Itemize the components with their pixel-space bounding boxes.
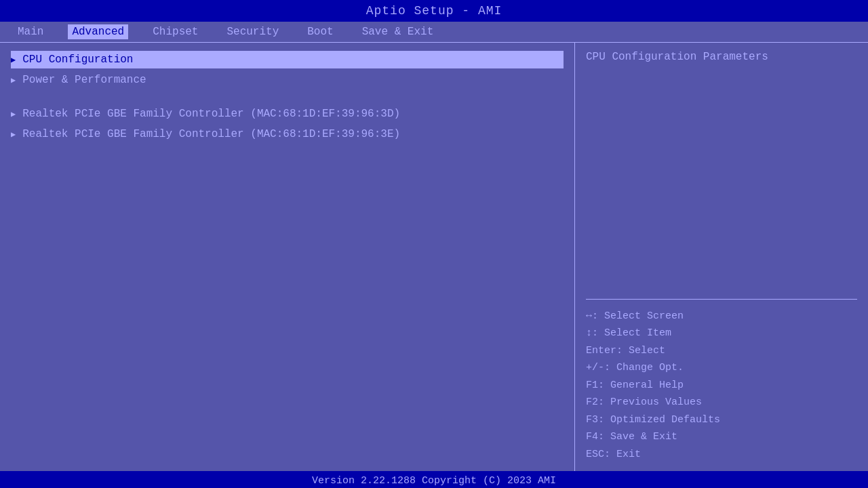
right-panel: CPU Configuration Parameters ↔: Select S… xyxy=(575,43,868,471)
help-key-1: ↕: Select Item xyxy=(586,325,857,342)
help-key-3: +/-: Change Opt. xyxy=(586,359,857,377)
menu-bar: MainAdvancedChipsetSecurityBootSave & Ex… xyxy=(0,22,868,43)
section-gap xyxy=(11,92,564,105)
help-key-label-0: ↔: Select Screen xyxy=(586,310,684,322)
menu-item-security[interactable]: Security xyxy=(222,24,283,39)
menu-item-boot[interactable]: Boot xyxy=(303,24,337,39)
help-key-6: F3: Optimized Defaults xyxy=(586,411,857,429)
arrow-icon-2: ▶ xyxy=(11,109,16,119)
menu-item-chipset[interactable]: Chipset xyxy=(149,24,202,39)
help-key-0: ↔: Select Screen xyxy=(586,308,857,325)
title-bar: Aptio Setup - AMI xyxy=(0,0,868,22)
help-key-label-6: F3: Optimized Defaults xyxy=(586,414,720,426)
help-key-label-1: ↕: Select Item xyxy=(586,327,671,339)
menu-entry-label-2: Realtek PCIe GBE Family Controller (MAC:… xyxy=(22,108,400,120)
arrow-icon-0: ▶ xyxy=(11,55,16,65)
menu-entry-label-1: Power & Performance xyxy=(22,74,146,86)
help-key-7: F4: Save & Exit xyxy=(586,428,857,446)
menu-item-save-and-exit[interactable]: Save & Exit xyxy=(358,24,438,39)
menu-item-advanced[interactable]: Advanced xyxy=(68,24,128,39)
menu-entry-1[interactable]: ▶Power & Performance xyxy=(11,71,564,89)
content-area: ▶CPU Configuration▶Power & Performance▶R… xyxy=(0,43,868,471)
left-panel: ▶CPU Configuration▶Power & Performance▶R… xyxy=(0,43,575,471)
menu-entry-3[interactable]: ▶Realtek PCIe GBE Family Controller (MAC… xyxy=(11,125,564,143)
help-key-label-3: +/-: Change Opt. xyxy=(586,362,684,373)
menu-entry-label-3: Realtek PCIe GBE Family Controller (MAC:… xyxy=(22,128,400,140)
help-key-label-4: F1: General Help xyxy=(586,380,684,391)
menu-entry-2[interactable]: ▶Realtek PCIe GBE Family Controller (MAC… xyxy=(11,105,564,123)
help-key-5: F2: Previous Values xyxy=(586,394,857,411)
right-panel-divider xyxy=(586,299,857,300)
title-text: Aptio Setup - AMI xyxy=(366,4,502,18)
menu-entry-0[interactable]: ▶CPU Configuration xyxy=(11,51,564,68)
help-key-label-5: F2: Previous Values xyxy=(586,396,702,408)
footer-text: Version 2.22.1288 Copyright (C) 2023 AMI xyxy=(312,475,556,487)
right-panel-title: CPU Configuration Parameters xyxy=(586,51,857,63)
help-keys: ↔: Select Screen↕: Select ItemEnter: Sel… xyxy=(586,308,857,464)
help-key-label-7: F4: Save & Exit xyxy=(586,431,677,443)
help-key-label-2: Enter: Select xyxy=(586,345,665,357)
help-key-label-8: ESC: Exit xyxy=(586,449,641,460)
help-key-4: F1: General Help xyxy=(586,377,857,394)
help-key-8: ESC: Exit xyxy=(586,446,857,464)
menu-item-main[interactable]: Main xyxy=(14,24,47,39)
arrow-icon-3: ▶ xyxy=(11,129,16,140)
help-key-2: Enter: Select xyxy=(586,342,857,360)
menu-entry-label-0: CPU Configuration xyxy=(22,54,133,66)
arrow-icon-1: ▶ xyxy=(11,75,16,85)
footer: Version 2.22.1288 Copyright (C) 2023 AMI xyxy=(0,471,868,488)
